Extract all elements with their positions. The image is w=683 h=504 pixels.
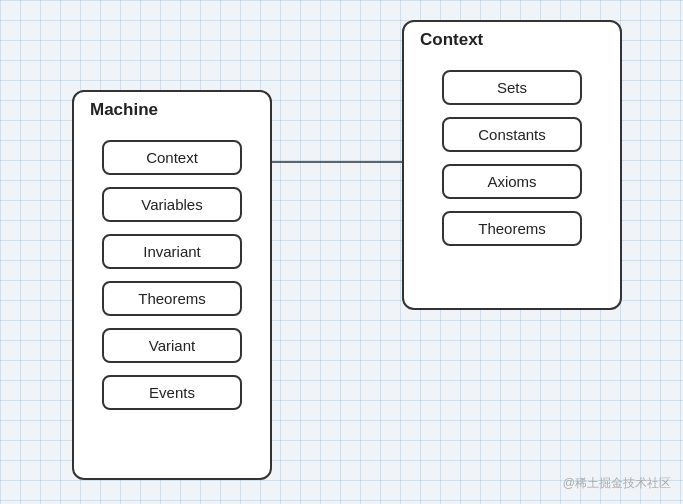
context-axioms-item[interactable]: Axioms: [442, 164, 582, 199]
watermark: @稀土掘金技术社区: [563, 475, 671, 492]
machine-box: Machine Context Variables Invariant Theo…: [72, 90, 272, 480]
context-constants-item[interactable]: Constants: [442, 117, 582, 152]
context-label: Context: [420, 30, 483, 50]
machine-events-item[interactable]: Events: [102, 375, 242, 410]
machine-items: Context Variables Invariant Theorems Var…: [74, 130, 270, 420]
context-sets-item[interactable]: Sets: [442, 70, 582, 105]
machine-invariant-item[interactable]: Invariant: [102, 234, 242, 269]
machine-variant-item[interactable]: Variant: [102, 328, 242, 363]
context-theorems-item[interactable]: Theorems: [442, 211, 582, 246]
machine-label: Machine: [90, 100, 158, 120]
machine-variables-item[interactable]: Variables: [102, 187, 242, 222]
context-box: Context Sets Constants Axioms Theorems: [402, 20, 622, 310]
machine-context-item[interactable]: Context: [102, 140, 242, 175]
diagram-container: Machine Context Variables Invariant Theo…: [0, 0, 683, 504]
machine-theorems-item[interactable]: Theorems: [102, 281, 242, 316]
context-items: Sets Constants Axioms Theorems: [404, 60, 620, 256]
